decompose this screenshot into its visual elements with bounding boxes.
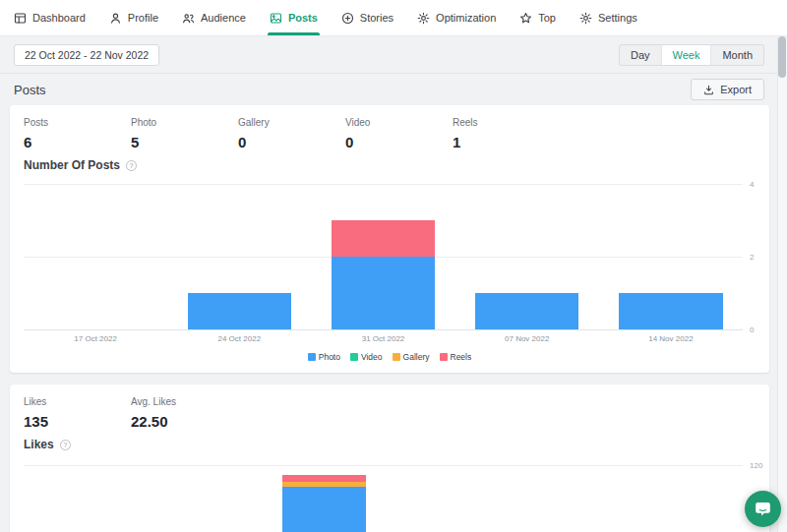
likes-chart-title: Likes <box>24 438 54 451</box>
nav-item-posts[interactable]: Posts <box>270 0 318 35</box>
posts-card: Posts 6 Photo 5 Gallery 0 Video 0 Reels … <box>10 105 769 373</box>
posts-bars <box>24 184 743 329</box>
x-axis-label: 14 Nov 2022 <box>599 334 743 343</box>
help-icon[interactable]: ? <box>60 440 71 450</box>
legend-item-gallery[interactable]: Gallery <box>393 352 430 362</box>
y-axis-tick: 2 <box>750 253 754 262</box>
posts-image-icon <box>270 12 282 25</box>
legend-item-reels[interactable]: Reels <box>440 352 472 362</box>
posts-chart-plot: 4 2 0 <box>24 184 743 329</box>
legend-item-video[interactable]: Video <box>350 352 383 362</box>
nav-item-label: Posts <box>288 12 318 24</box>
export-button-label: Export <box>720 84 752 95</box>
legend-swatch <box>308 353 316 361</box>
bar-segment-photo <box>475 293 578 329</box>
legend-swatch <box>393 353 400 361</box>
nav-item-audience[interactable]: Audience <box>182 0 246 35</box>
likes-stats-row: Likes 135 Avg. Likes 22.50 <box>10 384 769 430</box>
nav-item-label: Optimization <box>436 12 496 24</box>
stories-circle-plus-icon <box>341 12 354 25</box>
legend-label: Gallery <box>403 352 430 362</box>
vertical-scrollbar-thumb[interactable] <box>778 36 786 78</box>
nav-item-label: Profile <box>128 12 158 24</box>
export-button[interactable]: Export <box>691 79 764 100</box>
bar-slot <box>311 184 454 329</box>
legend-label: Photo <box>319 352 340 362</box>
x-axis-label: 07 Nov 2022 <box>455 334 599 343</box>
bar-slot <box>167 184 311 329</box>
posts-chart-header: Number Of Posts ? <box>10 158 769 172</box>
date-range-picker[interactable]: 22 Oct 2022 - 22 Nov 2022 <box>14 44 159 66</box>
x-axis-line <box>24 329 743 330</box>
top-star-icon <box>519 12 532 25</box>
nav-item-label: Top <box>538 12 556 24</box>
download-icon <box>703 85 714 95</box>
nav-item-dashboard[interactable]: Dashboard <box>14 0 86 35</box>
nav-item-stories[interactable]: Stories <box>341 0 394 35</box>
y-axis-tick: 120 <box>750 461 762 470</box>
optimization-gear-icon <box>417 12 430 25</box>
x-axis-label: 31 Oct 2022 <box>311 334 454 343</box>
dashboard-grid-icon <box>14 12 27 25</box>
stacked-bar <box>332 220 435 329</box>
stacked-bar <box>619 293 722 329</box>
audience-people-icon <box>182 12 195 25</box>
vertical-scrollbar-track[interactable] <box>777 36 787 532</box>
bar-slot <box>24 184 167 329</box>
granularity-month-button[interactable]: Month <box>710 45 763 65</box>
posts-chart-legend: PhotoVideoGalleryReels <box>10 352 769 362</box>
chat-widget-button[interactable] <box>745 491 781 527</box>
stat-reels: Reels 1 <box>453 117 560 150</box>
nav-item-optimization[interactable]: Optimization <box>417 0 496 35</box>
x-axis-label: 24 Oct 2022 <box>167 334 311 343</box>
likes-chart-header: Likes ? <box>10 438 769 451</box>
section-header: Posts Export <box>0 75 787 104</box>
nav-item-label: Dashboard <box>32 12 86 24</box>
help-icon[interactable]: ? <box>126 160 137 171</box>
nav-item-settings[interactable]: Settings <box>579 0 637 35</box>
nav-item-label: Audience <box>201 12 246 24</box>
nav-item-profile[interactable]: Profile <box>109 0 158 35</box>
x-axis-label: 17 Oct 2022 <box>24 334 167 343</box>
bar-segment-photo <box>619 293 722 329</box>
stat-gallery: Gallery 0 <box>238 117 345 150</box>
legend-swatch <box>350 353 358 361</box>
y-axis-tick: 4 <box>750 180 754 189</box>
bar-segment-reels <box>332 220 435 257</box>
posts-chart-title: Number Of Posts <box>24 158 120 172</box>
posts-x-axis-labels: 17 Oct 202224 Oct 202231 Oct 202207 Nov … <box>24 334 743 343</box>
bar-slot <box>599 184 743 329</box>
nav-item-label: Stories <box>360 12 394 24</box>
bar-segment-photo <box>282 487 366 532</box>
stat-likes: Likes 135 <box>24 396 131 430</box>
legend-label: Video <box>361 352 383 362</box>
settings-gear-icon <box>579 12 592 25</box>
likes-card: Likes 135 Avg. Likes 22.50 Likes ? 120 <box>10 384 769 532</box>
bar-segment-photo <box>188 293 291 329</box>
likes-chart-plot: 120 <box>24 465 743 532</box>
nav-item-label: Settings <box>598 12 637 24</box>
stat-photo: Photo 5 <box>131 117 238 150</box>
granularity-switcher: Day Week Month <box>619 44 764 66</box>
bar-segment-reels <box>282 475 366 482</box>
stacked-bar <box>475 293 578 329</box>
bar-segment-photo <box>332 257 435 329</box>
stat-avg-likes: Avg. Likes 22.50 <box>131 396 238 430</box>
stacked-bar <box>188 293 291 329</box>
likes-stacked-bar <box>282 475 366 532</box>
bar-slot <box>455 184 599 329</box>
chat-bubble-icon <box>754 500 772 518</box>
nav-item-top[interactable]: Top <box>519 0 556 35</box>
page-title: Posts <box>14 83 46 97</box>
granularity-day-button[interactable]: Day <box>620 45 661 65</box>
profile-person-icon <box>109 12 122 25</box>
legend-swatch <box>440 353 448 361</box>
gridline <box>24 465 743 466</box>
legend-label: Reels <box>451 352 472 362</box>
legend-item-photo[interactable]: Photo <box>308 352 340 362</box>
top-nav: Dashboard Profile Audience Posts Stories… <box>0 0 787 36</box>
granularity-week-button[interactable]: Week <box>661 45 711 65</box>
filter-toolbar: 22 Oct 2022 - 22 Nov 2022 Day Week Month <box>0 36 787 74</box>
y-axis-tick: 0 <box>750 325 754 334</box>
posts-stats-row: Posts 6 Photo 5 Gallery 0 Video 0 Reels … <box>10 105 769 150</box>
